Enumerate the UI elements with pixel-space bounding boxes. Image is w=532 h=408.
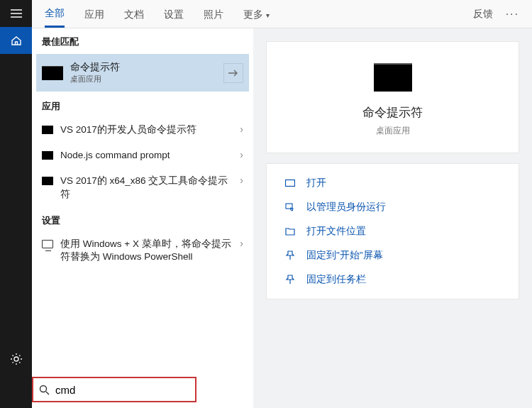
cmd-icon	[42, 126, 53, 134]
action-pin-taskbar[interactable]: 固定到任务栏	[270, 268, 516, 292]
svg-rect-1	[286, 180, 295, 187]
action-open-location[interactable]: 打开文件位置	[270, 219, 516, 243]
results-panel: 最佳匹配 命令提示符 桌面应用 应用 VS 2017的开发人员命令提示符 › N	[32, 28, 253, 408]
best-match-result[interactable]: 命令提示符 桌面应用	[36, 54, 249, 92]
section-apps: 应用	[32, 93, 253, 117]
admin-icon	[284, 202, 297, 212]
section-best-match: 最佳匹配	[32, 28, 253, 53]
action-open[interactable]: 打开	[270, 171, 516, 195]
chevron-right-icon: ›	[240, 123, 243, 135]
search-icon	[39, 385, 50, 395]
pin-start-icon	[284, 250, 297, 260]
search-input[interactable]	[55, 384, 190, 396]
preview-card: 命令提示符 桌面应用	[266, 41, 519, 153]
section-settings: 设置	[32, 207, 253, 231]
tab-all[interactable]: 全部	[45, 0, 65, 28]
open-icon	[284, 179, 297, 187]
monitor-icon	[42, 240, 53, 248]
main-area: 全部 应用 文档 设置 照片 更多 ▾ 反馈 ··· 最佳匹配 命令提示符 桌面…	[32, 0, 532, 408]
more-options-button[interactable]: ···	[506, 8, 519, 21]
cmd-icon	[42, 151, 53, 160]
app-result[interactable]: Node.js command prompt ›	[32, 143, 253, 168]
app-result[interactable]: VS 2017的 x64_x86 交叉工具命令提示符 ›	[32, 168, 253, 206]
svg-point-0	[14, 357, 18, 361]
chevron-down-icon: ▾	[266, 11, 270, 19]
action-pin-start[interactable]: 固定到"开始"屏幕	[270, 243, 516, 268]
preview-panel: 命令提示符 桌面应用 打开 以管理员身份运行 打开文件位置 固	[253, 28, 532, 408]
cmd-large-icon	[374, 63, 412, 92]
home-button[interactable]	[0, 27, 32, 54]
chevron-right-icon: ›	[240, 149, 243, 160]
actions-list: 打开 以管理员身份运行 打开文件位置 固定到"开始"屏幕 固定到任务栏	[266, 163, 519, 299]
best-match-subtitle: 桌面应用	[70, 74, 223, 84]
svg-point-3	[40, 385, 47, 392]
settings-result-label: 使用 Windows + X 菜单时，将命令提示符替换为 Windows Pow…	[60, 238, 235, 263]
arrow-right-icon	[228, 70, 238, 77]
app-result[interactable]: VS 2017的开发人员命令提示符 ›	[32, 117, 253, 143]
tab-photos[interactable]: 照片	[204, 1, 223, 27]
filter-tabs: 全部 应用 文档 设置 照片 更多 ▾ 反馈 ···	[32, 0, 532, 28]
chevron-right-icon: ›	[240, 175, 243, 186]
tab-more[interactable]: 更多 ▾	[243, 1, 270, 27]
tab-apps[interactable]: 应用	[84, 1, 104, 27]
app-result-label: VS 2017的开发人员命令提示符	[60, 123, 235, 136]
gear-icon	[10, 353, 23, 365]
chevron-right-icon: ›	[240, 238, 243, 249]
best-match-title: 命令提示符	[70, 61, 223, 74]
settings-result[interactable]: 使用 Windows + X 菜单时，将命令提示符替换为 Windows Pow…	[32, 231, 253, 270]
cmd-icon	[42, 66, 63, 80]
hamburger-menu-button[interactable]	[0, 0, 32, 27]
folder-icon	[284, 227, 297, 236]
action-run-admin[interactable]: 以管理员身份运行	[270, 195, 516, 219]
tab-settings[interactable]: 设置	[164, 1, 184, 27]
preview-title: 命令提示符	[362, 104, 423, 121]
search-box[interactable]	[32, 377, 196, 402]
cmd-icon	[42, 177, 53, 185]
hamburger-icon	[11, 9, 22, 18]
preview-subtitle: 桌面应用	[376, 125, 410, 137]
tab-documents[interactable]: 文档	[124, 1, 144, 27]
settings-button[interactable]	[0, 346, 32, 373]
app-result-label: Node.js command prompt	[60, 149, 235, 162]
pin-taskbar-icon	[284, 275, 297, 285]
left-sidebar	[0, 0, 32, 408]
feedback-link[interactable]: 反馈	[473, 8, 493, 21]
app-result-label: VS 2017的 x64_x86 交叉工具命令提示符	[60, 175, 235, 200]
expand-arrow-button[interactable]	[223, 63, 243, 83]
home-icon	[11, 35, 22, 46]
